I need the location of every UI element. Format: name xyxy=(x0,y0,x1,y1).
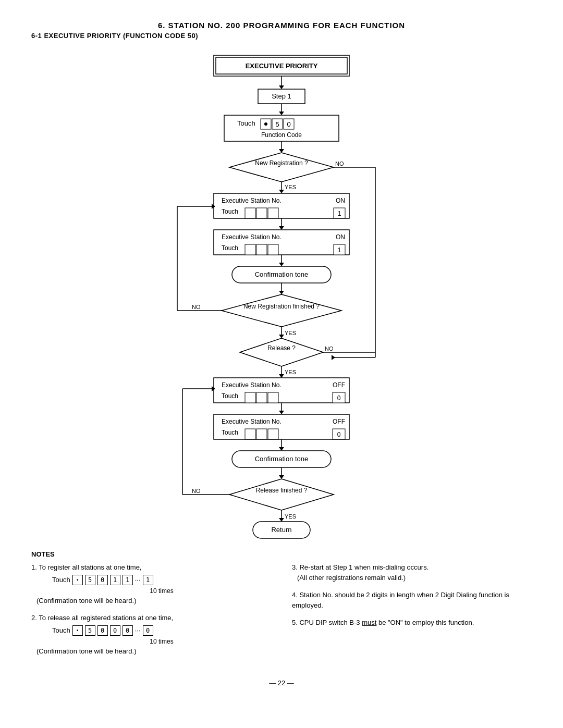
svg-text:Release ?: Release ? xyxy=(267,344,296,352)
svg-text:NO: NO xyxy=(192,488,201,494)
svg-marker-19 xyxy=(279,149,284,153)
svg-marker-98 xyxy=(279,475,284,479)
svg-text:YES: YES xyxy=(285,369,296,375)
svg-marker-71 xyxy=(279,374,284,378)
svg-text:Executive Station No.: Executive Station No. xyxy=(222,418,282,425)
note-5: 5. CPU DIP switch B-3 must be "ON" to em… xyxy=(292,618,532,628)
note-5-text2: be "ON" to employ this function. xyxy=(376,619,474,626)
svg-text:Executive Station No.: Executive Station No. xyxy=(222,197,282,204)
note-2: 2. To release all registered stations at… xyxy=(31,613,271,656)
page-subtitle: 6-1 EXECUTIVE PRIORITY (FUNCTION CODE 50… xyxy=(31,32,532,40)
flowchart: EXECUTIVE PRIORITY Step 1 Touch 5 0 Func… xyxy=(109,50,454,545)
note-2-touch-row: Touch · 5 0 0 0 ··· 0 xyxy=(52,625,271,636)
svg-text:OFF: OFF xyxy=(333,381,345,389)
svg-rect-78 xyxy=(256,392,267,403)
svg-rect-35 xyxy=(256,208,267,218)
svg-marker-83 xyxy=(279,411,284,414)
svg-marker-28 xyxy=(279,190,284,193)
svg-point-12 xyxy=(264,122,267,126)
svg-marker-20 xyxy=(229,153,334,182)
svg-text:5: 5 xyxy=(275,120,279,128)
svg-text:ON: ON xyxy=(336,197,345,204)
key-0-1: 0 xyxy=(97,575,108,585)
svg-text:Executive Station No.: Executive Station No. xyxy=(222,233,282,241)
key-5-1: 5 xyxy=(85,575,95,585)
svg-rect-89 xyxy=(256,429,267,439)
note-3-sub: (All other registrations remain valid.) xyxy=(297,573,532,583)
svg-rect-34 xyxy=(245,208,255,218)
svg-text:Touch: Touch xyxy=(222,244,238,252)
note-1-touch-row: Touch · 5 0 1 1 ··· 1 xyxy=(52,575,271,585)
svg-text:Confirmation tone: Confirmation tone xyxy=(255,455,309,463)
svg-text:Function Code: Function Code xyxy=(261,131,302,139)
svg-text:Step 1: Step 1 xyxy=(272,92,291,100)
svg-marker-107 xyxy=(279,518,284,522)
dots-1: ··· xyxy=(135,575,141,585)
svg-text:0: 0 xyxy=(337,431,341,438)
svg-marker-51 xyxy=(279,263,284,266)
key-0-2c: 0 xyxy=(123,625,133,636)
svg-text:YES: YES xyxy=(285,513,296,520)
svg-text:Touch: Touch xyxy=(222,392,238,400)
svg-rect-77 xyxy=(245,392,255,403)
notes-left: 1. To register all stations at one time,… xyxy=(31,562,271,663)
svg-text:Touch: Touch xyxy=(222,429,238,436)
svg-rect-90 xyxy=(268,429,278,439)
note-2-times: 10 times xyxy=(52,637,271,646)
svg-text:ON: ON xyxy=(336,233,345,241)
svg-text:1: 1 xyxy=(338,246,341,254)
note-1-times: 10 times xyxy=(52,586,271,596)
svg-marker-99 xyxy=(229,479,334,510)
note-1-text: 1. To register all stations at one time, xyxy=(31,562,271,573)
svg-marker-55 xyxy=(279,291,284,294)
svg-marker-40 xyxy=(279,226,284,230)
svg-marker-94 xyxy=(279,447,284,451)
svg-marker-66 xyxy=(240,338,323,366)
note-2-text: 2. To release all registered stations at… xyxy=(31,613,271,623)
svg-text:NO: NO xyxy=(325,346,334,352)
key-1-end: 1 xyxy=(143,575,153,585)
svg-rect-88 xyxy=(245,429,255,439)
svg-marker-8 xyxy=(279,112,284,115)
key-1-1: 1 xyxy=(110,575,120,585)
notes-right: 3. Re-start at Step 1 when mis-dialing o… xyxy=(292,562,532,663)
svg-text:0: 0 xyxy=(337,394,341,402)
notes-title: NOTES xyxy=(31,550,532,558)
svg-text:Confirmation tone: Confirmation tone xyxy=(255,270,309,278)
svg-text:YES: YES xyxy=(285,330,296,336)
svg-text:1: 1 xyxy=(338,210,341,217)
key-1-2: 1 xyxy=(123,575,133,585)
svg-marker-56 xyxy=(222,294,341,327)
note-5-must: must xyxy=(362,619,376,626)
svg-rect-46 xyxy=(256,244,267,255)
note-1-confirm: (Confirmation tone will be heard.) xyxy=(36,596,271,606)
svg-text:Executive Station No.: Executive Station No. xyxy=(222,381,282,389)
note-3-text: 3. Re-start at Step 1 when mis-dialing o… xyxy=(292,562,532,573)
dots-2: ··· xyxy=(135,625,141,636)
key-5-2: 5 xyxy=(85,625,95,636)
key-dot-1: · xyxy=(72,575,83,585)
svg-text:Release finished ?: Release finished ? xyxy=(256,487,308,494)
svg-rect-79 xyxy=(268,392,278,403)
svg-text:Touch: Touch xyxy=(237,119,255,127)
svg-text:New Registration finished ?: New Registration finished ? xyxy=(243,303,320,310)
svg-text:Return: Return xyxy=(271,526,291,534)
note-1-touch-label: Touch xyxy=(52,575,70,585)
svg-rect-47 xyxy=(268,244,278,255)
svg-text:0: 0 xyxy=(287,120,290,128)
page-number: — 22 — xyxy=(31,679,532,687)
note-4-text: 4. Station No. should be 2 digits in len… xyxy=(292,590,532,610)
svg-text:Touch: Touch xyxy=(222,208,238,215)
svg-rect-45 xyxy=(245,244,255,255)
svg-text:OFF: OFF xyxy=(333,418,345,425)
page-title: 6. STATION NO. 200 PROGRAMMING FOR EACH … xyxy=(31,21,532,30)
note-1: 1. To register all stations at one time,… xyxy=(31,562,271,606)
svg-text:New Registration ?: New Registration ? xyxy=(255,159,308,167)
svg-text:NO: NO xyxy=(335,161,344,167)
svg-marker-4 xyxy=(279,85,284,89)
key-0-2a: 0 xyxy=(97,625,108,636)
key-dot-2: · xyxy=(72,625,83,636)
svg-marker-26 xyxy=(332,355,335,360)
note-4: 4. Station No. should be 2 digits in len… xyxy=(292,590,532,610)
svg-marker-64 xyxy=(279,335,284,338)
